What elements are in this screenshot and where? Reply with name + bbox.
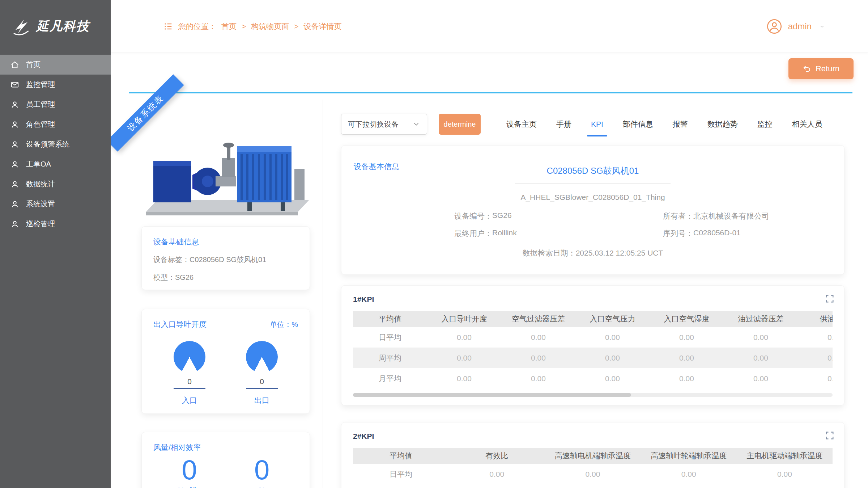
kpi-cell: 0.00 [724, 348, 798, 368]
controls-row: 可下拉切换设备 determine 设备主页手册KPI部件信息报警数据趋势监控相… [341, 114, 844, 135]
sidebar-item-设备预警系统[interactable]: 设备预警系统 [0, 134, 111, 154]
user-icon [10, 219, 20, 229]
kpi-column-header: 入口空气压力 [575, 311, 650, 327]
kpi-cell: 0.00 [724, 327, 798, 348]
tab-设备主页[interactable]: 设备主页 [497, 119, 546, 129]
chevron-down-icon [412, 120, 420, 128]
user-icon [10, 140, 20, 149]
sidebar-item-首页[interactable]: 首页 [0, 55, 111, 75]
kpi-cell: 0.00 [427, 368, 501, 389]
sidebar-item-工单OA[interactable]: 工单OA [0, 154, 111, 174]
kpi1-scrollbar-thumb[interactable] [353, 393, 631, 397]
tab-KPI[interactable]: KPI [581, 120, 613, 129]
flow-efficiency-card: 风量/相对效率 0 Nm³/hr 0 % [141, 432, 310, 488]
sidebar-item-label: 巡检管理 [26, 219, 55, 229]
breadcrumb-prefix: 您的位置： [178, 21, 216, 31]
user-icon [10, 120, 20, 129]
return-button-label: Return [816, 64, 839, 73]
kpi2-table-wrap: 平均值有效比高速轴电机端轴承温度高速轴叶轮端轴承温度主电机驱动端轴承温度日平均0… [353, 448, 833, 484]
outlet-gauge-dial [246, 341, 278, 373]
tab-报警[interactable]: 报警 [663, 119, 698, 129]
tab-手册[interactable]: 手册 [546, 119, 581, 129]
kpi-cell: 0.00 [650, 327, 724, 348]
vane-opening-card: 出入口导叶开度 单位：% 0 入口 0 出口 [141, 309, 310, 414]
chevron-down-icon [819, 23, 825, 30]
kpi-cell: 0.00 [427, 348, 501, 368]
kpi-row-label: 周平均 [353, 348, 427, 368]
kpi-cell: 0.00 [798, 368, 833, 389]
kpi-column-header: 平均值 [353, 311, 427, 327]
kpi-row: 日平均0.000.000.000.00 [353, 464, 833, 484]
breadcrumb-separator: > [242, 22, 246, 31]
kpi2-title: 2#KPI [353, 432, 833, 441]
kpi-cell: 0.00 [641, 464, 737, 484]
device-tag-line: 设备标签：C028056D SG鼓风机01 [153, 255, 298, 265]
sidebar-item-label: 数据统计 [26, 179, 55, 189]
user-icon [10, 199, 20, 209]
kpi-cell: 0.00 [501, 348, 575, 368]
tab-监控[interactable]: 监控 [748, 119, 782, 129]
sidebar-item-角色管理[interactable]: 角色管理 [0, 114, 111, 134]
device-info-card: 设备基本信息 C028056D SG鼓风机01 A_HHEL_SGBlower_… [341, 145, 844, 275]
expand-icon[interactable] [825, 294, 835, 304]
expand-icon[interactable] [825, 430, 835, 441]
sidebar-item-员工管理[interactable]: 员工管理 [0, 94, 111, 114]
field-end-user: 最终用户： Rolllink [341, 228, 593, 239]
sidebar-item-监控管理[interactable]: 监控管理 [0, 75, 111, 94]
vane-card-title: 出入口导叶开度 [153, 319, 207, 329]
user-icon [10, 160, 20, 169]
tab-相关人员[interactable]: 相关人员 [782, 119, 832, 129]
basic-info-title: 设备基础信息 [153, 237, 298, 247]
sidebar-item-label: 监控管理 [26, 80, 55, 89]
sidebar: 延凡科技 首页监控管理员工管理角色管理设备预警系统工单OA数据统计系统设置巡检管… [0, 0, 111, 488]
breadcrumb: 您的位置： 首页>构筑物页面>设备详情页 [163, 0, 342, 52]
right-panel: 可下拉切换设备 determine 设备主页手册KPI部件信息报警数据趋势监控相… [341, 52, 844, 488]
tab-数据趋势[interactable]: 数据趋势 [698, 119, 748, 129]
return-arrow-icon [803, 64, 811, 73]
outlet-gauge-label: 出口 [254, 395, 269, 405]
device-select[interactable]: 可下拉切换设备 [341, 114, 427, 135]
sidebar-item-label: 工单OA [26, 159, 51, 169]
kpi-row: 周平均0.000.000.000.000.000.00 [353, 348, 833, 368]
kpi-column-header: 入口空气湿度 [650, 311, 724, 327]
thing-name: A_HHEL_SGBlower_C028056D_01_Thing [341, 193, 844, 202]
breadcrumb-separator: > [294, 22, 298, 31]
brand-logo: 延凡科技 [0, 0, 111, 52]
kpi1-card: 1#KPI 平均值入口导叶开度空气过滤器压差入口空气压力入口空气湿度油过滤器压差… [341, 285, 844, 405]
sidebar-item-巡检管理[interactable]: 巡检管理 [0, 214, 111, 234]
brand-name: 延凡科技 [36, 18, 90, 35]
kpi-row-label: 日平均 [353, 464, 449, 484]
tab-部件信息[interactable]: 部件信息 [613, 119, 663, 129]
sidebar-item-系统设置[interactable]: 系统设置 [0, 194, 111, 214]
flow-card-title: 风量/相对效率 [153, 442, 298, 453]
breadcrumb-设备详情页[interactable]: 设备详情页 [304, 21, 342, 31]
device-fields: 设备编号： SG26 所有者： 北京机械设备有限公司 最终用户： Rolllin… [341, 211, 844, 239]
user-menu[interactable]: admin [766, 0, 825, 52]
device-info-section-title: 设备基本信息 [354, 161, 399, 172]
inlet-gauge-label: 入口 [182, 395, 197, 405]
kpi-cell: 0.00 [575, 327, 650, 348]
efficiency-metric-value: 0 [226, 455, 298, 484]
device-model-line: 模型：SG26 [153, 273, 298, 282]
outlet-gauge: 0 出口 [246, 341, 278, 405]
kpi-column-header: 平均值 [353, 448, 449, 464]
data-retrieval-date: 数据检索日期：2025.03.12 12:05:25 UCT [341, 248, 844, 258]
return-button[interactable]: Return [788, 58, 854, 79]
flow-metric: 0 Nm³/hr [153, 455, 226, 488]
user-icon [10, 180, 20, 189]
determine-button[interactable]: determine [439, 114, 481, 135]
swoosh-logo-icon [10, 16, 31, 37]
sidebar-item-数据统计[interactable]: 数据统计 [0, 174, 111, 194]
kpi1-table-wrap: 平均值入口导叶开度空气过滤器压差入口空气压力入口空气湿度油过滤器压差供油压力日平… [353, 311, 833, 389]
kpi-row-label: 日平均 [353, 327, 427, 348]
kpi-row: 月平均0.000.000.000.000.000.00 [353, 368, 833, 389]
sidebar-menu: 首页监控管理员工管理角色管理设备预警系统工单OA数据统计系统设置巡检管理 [0, 52, 111, 234]
kpi1-horizontal-scrollbar[interactable] [353, 393, 833, 397]
breadcrumb-首页[interactable]: 首页 [221, 21, 237, 31]
flow-metric-value: 0 [153, 455, 226, 484]
kpi-cell: 0.00 [798, 327, 833, 348]
kpi-column-header: 入口导叶开度 [427, 311, 501, 327]
home-icon [10, 60, 20, 70]
breadcrumb-构筑物页面[interactable]: 构筑物页面 [251, 21, 289, 31]
kpi-cell: 0.00 [575, 348, 650, 368]
